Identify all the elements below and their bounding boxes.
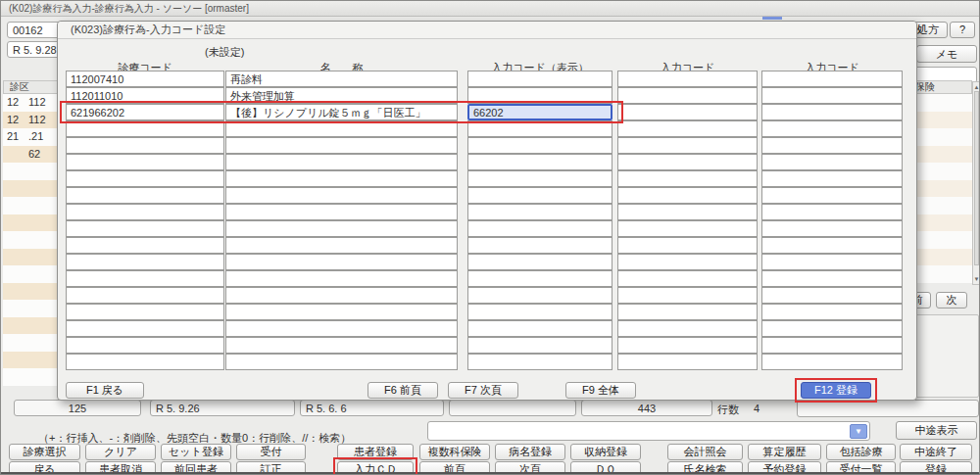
dialog-cell[interactable] bbox=[66, 237, 224, 254]
dialog-cell[interactable] bbox=[617, 304, 758, 320]
dialog-cell[interactable] bbox=[66, 120, 224, 137]
dialog-cell[interactable] bbox=[467, 137, 612, 154]
dialog-cell[interactable] bbox=[761, 187, 903, 204]
f12-register-button[interactable]: F12 登録 bbox=[801, 382, 871, 399]
f7-next-page-button[interactable]: F7 次頁 bbox=[448, 382, 518, 399]
next-patient-button[interactable]: 次 bbox=[936, 292, 967, 309]
fn-button-r1-9[interactable]: 算定履歴 bbox=[748, 444, 821, 460]
dialog-cell[interactable] bbox=[467, 320, 612, 337]
fn-button-r1-3[interactable]: 受付 bbox=[236, 444, 306, 460]
dialog-cell[interactable] bbox=[761, 287, 903, 304]
f9-all-button[interactable]: F9 全体 bbox=[565, 382, 636, 399]
dialog-cell[interactable] bbox=[66, 204, 224, 220]
dialog-cell[interactable] bbox=[225, 337, 458, 354]
dialog-cell[interactable] bbox=[66, 220, 224, 237]
dialog-cell[interactable] bbox=[761, 237, 903, 254]
dialog-cell[interactable] bbox=[761, 270, 903, 287]
hoken-scrollbar[interactable]: ▲ ▼ bbox=[972, 81, 980, 285]
dialog-cell[interactable] bbox=[761, 254, 903, 270]
dialog-cell[interactable] bbox=[761, 137, 903, 154]
fn-button-r1-6[interactable]: 病名登録 bbox=[495, 444, 565, 460]
dialog-cell[interactable] bbox=[617, 104, 758, 120]
dialog-cell[interactable] bbox=[617, 220, 758, 237]
dialog-cell[interactable] bbox=[617, 204, 758, 220]
dialog-cell[interactable] bbox=[225, 220, 458, 237]
dialog-cell[interactable] bbox=[225, 120, 458, 137]
quick-input-combobox[interactable]: ▼ bbox=[427, 421, 870, 441]
list-item[interactable] bbox=[910, 128, 972, 146]
dialog-cell[interactable] bbox=[467, 120, 612, 137]
dialog-cell[interactable]: 66202 bbox=[467, 104, 612, 120]
dialog-cell[interactable] bbox=[467, 204, 612, 220]
dialog-cell[interactable] bbox=[761, 354, 903, 370]
dialog-cell[interactable] bbox=[761, 104, 903, 120]
f1-back-button[interactable]: F1 戻る bbox=[66, 382, 144, 399]
dialog-cell[interactable] bbox=[761, 204, 903, 220]
list-item[interactable] bbox=[910, 265, 972, 283]
list-item[interactable] bbox=[910, 112, 972, 129]
dialog-cell[interactable] bbox=[761, 170, 903, 187]
dialog-cell[interactable] bbox=[66, 187, 224, 204]
fn-button-r1-4[interactable]: 患者登録 bbox=[337, 444, 414, 460]
dialog-cell[interactable] bbox=[761, 304, 903, 320]
dialog-cell[interactable]: 再診料 bbox=[225, 71, 458, 87]
dialog-cell[interactable] bbox=[467, 154, 612, 170]
dialog-cell[interactable] bbox=[617, 287, 758, 304]
dialog-cell[interactable]: 【後】リシノプリル錠５ｍｇ「日医工」 bbox=[225, 104, 458, 120]
dialog-cell[interactable] bbox=[467, 287, 612, 304]
dialog-cell[interactable] bbox=[225, 254, 458, 270]
dialog-cell[interactable] bbox=[617, 237, 758, 254]
dialog-cell[interactable] bbox=[225, 204, 458, 220]
dialog-cell[interactable] bbox=[467, 170, 612, 187]
chuto-display-button[interactable]: 中途表示 bbox=[896, 421, 977, 440]
dialog-cell[interactable]: 外来管理加算 bbox=[225, 87, 458, 104]
chevron-down-icon[interactable]: ▼ bbox=[850, 424, 867, 439]
dialog-cell[interactable] bbox=[225, 154, 458, 170]
dialog-cell[interactable] bbox=[66, 254, 224, 270]
dialog-cell[interactable] bbox=[467, 87, 612, 104]
dialog-cell[interactable] bbox=[225, 237, 458, 254]
dialog-cell[interactable] bbox=[617, 120, 758, 137]
dialog-cell[interactable]: 112007410 bbox=[66, 71, 224, 87]
dialog-cell[interactable] bbox=[66, 137, 224, 154]
fn-button-r1-2[interactable]: セット登録 bbox=[161, 444, 231, 460]
list-item[interactable] bbox=[910, 163, 972, 180]
list-item[interactable] bbox=[910, 249, 972, 266]
dialog-cell[interactable] bbox=[761, 337, 903, 354]
dialog-cell[interactable] bbox=[761, 220, 903, 237]
dialog-cell[interactable] bbox=[467, 254, 612, 270]
list-item[interactable] bbox=[910, 197, 972, 214]
list-item[interactable] bbox=[910, 180, 972, 198]
dialog-cell[interactable] bbox=[467, 337, 612, 354]
dialog-cell[interactable] bbox=[225, 304, 458, 320]
dialog-cell[interactable] bbox=[66, 170, 224, 187]
dialog-cell[interactable] bbox=[617, 187, 758, 204]
dialog-cell[interactable] bbox=[225, 187, 458, 204]
dialog-cell[interactable] bbox=[617, 270, 758, 287]
dialog-cell[interactable] bbox=[66, 154, 224, 170]
help-button[interactable]: ? bbox=[950, 22, 975, 38]
fn-button-r1-5[interactable]: 複数科保険 bbox=[419, 444, 490, 460]
dialog-cell[interactable] bbox=[467, 71, 612, 87]
dialog-cell[interactable] bbox=[467, 187, 612, 204]
dialog-cell[interactable] bbox=[225, 287, 458, 304]
dialog-cell[interactable] bbox=[617, 154, 758, 170]
dialog-cell[interactable] bbox=[225, 320, 458, 337]
dialog-cell[interactable] bbox=[225, 354, 458, 370]
dialog-cell[interactable] bbox=[66, 304, 224, 320]
dialog-cell[interactable] bbox=[617, 137, 758, 154]
dialog-cell[interactable] bbox=[467, 304, 612, 320]
dialog-cell[interactable] bbox=[617, 254, 758, 270]
dialog-cell[interactable] bbox=[66, 337, 224, 354]
scroll-up-icon[interactable]: ▲ bbox=[973, 83, 980, 91]
dialog-cell[interactable] bbox=[225, 270, 458, 287]
list-item[interactable] bbox=[910, 214, 972, 232]
dialog-cell[interactable] bbox=[66, 270, 224, 287]
dialog-cell[interactable] bbox=[467, 220, 612, 237]
dialog-cell[interactable] bbox=[617, 170, 758, 187]
dialog-cell[interactable] bbox=[66, 320, 224, 337]
fn-button-r1-7[interactable]: 収納登録 bbox=[570, 444, 641, 460]
f6-prev-page-button[interactable]: F6 前頁 bbox=[368, 382, 438, 399]
dialog-cell[interactable] bbox=[225, 137, 458, 154]
list-item[interactable] bbox=[910, 94, 972, 112]
